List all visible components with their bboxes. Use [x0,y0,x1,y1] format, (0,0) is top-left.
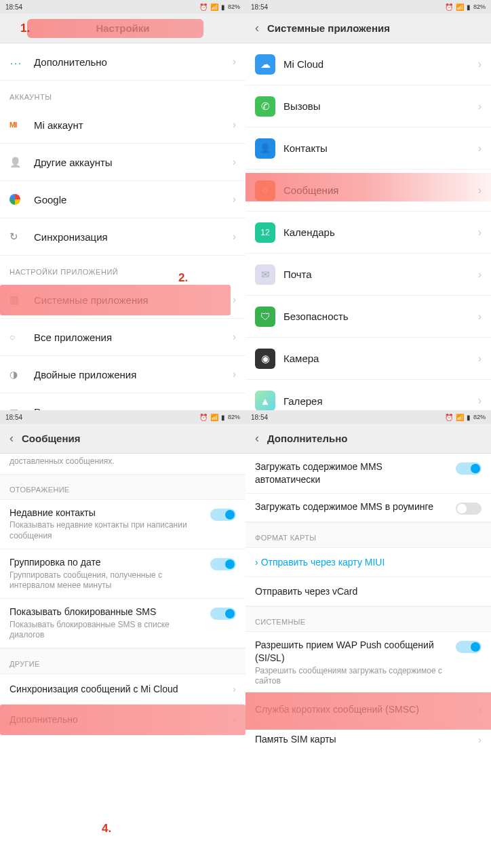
toggle-mms-roaming[interactable]: Загружать содержимое MMS в роуминге [246,494,491,522]
chevron-right-icon: › [478,184,482,197]
chevron-right-icon: › [233,193,236,205]
item-label: Безопасность [283,311,478,322]
item-label: Галерея [283,395,478,407]
section-display: ОТОБРАЖЕНИЕ [0,474,246,500]
sync-icon [9,231,22,243]
item-additional[interactable]: Дополнительно › [0,43,246,81]
item-mi-account[interactable]: MI Mi аккаунт › [0,106,246,144]
item-camera[interactable]: ◉ Камера › [246,338,491,380]
battery-percent: 82% [473,414,486,420]
apps-icon [9,331,22,343]
toggle-title: Загружать содержимое MMS автоматически [255,460,449,486]
item-label: Все приложения [34,332,233,343]
toggle-switch[interactable] [456,462,482,475]
item-contacts[interactable]: 👤 Контакты › [246,127,491,170]
chevron-right-icon: › [233,331,236,343]
toggle-switch[interactable] [210,608,236,620]
signal-icon: 📶 [456,414,464,421]
item-sim-memory[interactable]: Память SIM карты › [246,725,491,754]
item-label: Дополнительно [34,56,233,68]
calendar-icon: 12 [255,222,275,243]
item-smsc[interactable]: Служба коротких сообщений (SMSC) › [246,694,491,725]
item-messages[interactable]: ○ Сообщения › [246,170,491,212]
item-calendar[interactable]: 12 Календарь › [246,212,491,254]
status-bar: 18:54 ⏰ 📶 ▮ 82% [0,410,246,424]
item-calls[interactable]: ✆ Вызовы › [246,85,491,127]
section-system: СИСТЕМНЫЕ [246,606,491,632]
item-permissions[interactable]: Разрешения › [0,393,246,410]
signal-icon: 📶 [456,3,464,11]
page-title: Системные приложения [267,22,390,34]
chevron-right-icon: › [233,156,236,168]
item-label: Двойные приложения [34,369,233,380]
screen-additional: 18:54 ⏰ 📶 ▮ 82% ‹ Дополнительно Загружат… [246,410,491,868]
item-label: Сообщения [283,184,478,196]
toggle-switch[interactable] [210,509,236,521]
item-additional-messages[interactable]: Дополнительно › [0,705,246,734]
chevron-right-icon: › [478,311,482,323]
item-label: Почта [283,269,478,280]
status-icons: ⏰ 📶 ▮ 82% [445,3,486,11]
alarm-icon: ⏰ [445,414,453,421]
back-button[interactable]: ‹ [9,431,14,446]
security-icon: 🛡 [255,307,275,327]
item-other-accounts[interactable]: Другие аккаунты › [0,144,246,181]
item-send-miui-card[interactable]: ›Отправить через карту MIUI [246,548,491,577]
mi-logo-icon: MI [9,121,16,129]
status-icons: ⏰ 📶 ▮ 82% [199,414,240,421]
item-label: Камера [283,353,478,364]
partial-subtitle: доставленных сообщениях. [0,454,246,474]
item-all-apps[interactable]: Все приложения › [0,319,246,356]
item-label: Отправить через карту MIUI [261,557,385,568]
annotation-4: 4. [102,822,111,835]
item-mi-cloud[interactable]: ☁ Mi Cloud › [246,43,491,85]
toggle-recent-contacts[interactable]: Недавние контакты Показывать недавние ко… [0,500,246,549]
section-accounts: АККАУНТЫ [0,81,246,106]
item-label: Контакты [283,142,478,154]
battery-percent: 82% [228,3,240,10]
item-mail[interactable]: ✉ Почта › [246,254,491,296]
toggle-switch[interactable] [456,502,482,515]
annotation-1: 1. [20,22,30,35]
back-button[interactable]: ‹ [255,21,259,35]
item-system-apps[interactable]: Системные приложения › [0,281,246,319]
toggle-wap-push[interactable]: Разрешить прием WAP Push сообщений (SI/S… [246,632,491,694]
toggle-title: Загружать содержимое MMS в роуминге [255,500,449,513]
gallery-icon: ▲ [255,391,275,410]
toggle-mms-auto[interactable]: Загружать содержимое MMS автоматически [246,454,491,494]
toggle-title: Недавние контакты [9,507,203,519]
status-bar: 18:54 ⏰ 📶 ▮ 82% [0,0,246,14]
back-button[interactable]: ‹ [255,431,259,446]
toggle-title: Группировка по дате [9,556,203,569]
item-label: Другие аккаунты [34,157,233,168]
item-sync[interactable]: Синхронизация › [0,218,246,256]
page-title: Дополнительно [267,433,347,444]
toggle-switch[interactable] [210,558,236,570]
chevron-right-icon: › [478,395,482,407]
contacts-icon: 👤 [255,138,275,159]
screen-messages-settings: 18:54 ⏰ 📶 ▮ 82% ‹ Сообщения доставленных… [0,410,246,868]
item-label: Google [34,194,233,205]
dual-icon [9,368,22,380]
toggle-switch[interactable] [456,641,482,653]
alarm-icon: ⏰ [445,3,453,11]
toggle-group-by-date[interactable]: Группировка по дате Группировать сообщен… [0,549,246,599]
header: Настройки 1. [0,14,246,43]
toggle-title: Показывать блокированные SMS [9,606,203,618]
chevron-right-icon: › [233,56,236,68]
item-sync-mi-cloud[interactable]: Синхронизация сообщений с Mi Cloud › [0,674,246,705]
status-bar: 18:54 ⏰ 📶 ▮ 82% [246,410,491,424]
chevron-right-icon: › [478,58,482,71]
item-gallery[interactable]: ▲ Галерея › [246,380,491,410]
item-send-vcard[interactable]: Отправить через vCard [246,577,491,606]
item-label: Память SIM карты [255,734,336,745]
item-security[interactable]: 🛡 Безопасность › [246,296,491,338]
chevron-right-icon: › [478,142,482,155]
alarm-icon: ⏰ [199,3,208,11]
item-dual-apps[interactable]: Двойные приложения › [0,356,246,393]
item-label: Дополнительно [9,714,78,725]
chevron-right-icon: › [233,713,236,725]
section-card-format: ФОРМАТ КАРТЫ [246,522,491,548]
item-google[interactable]: Google › [0,181,246,218]
toggle-show-blocked-sms[interactable]: Показывать блокированные SMS Показывать … [0,599,246,648]
